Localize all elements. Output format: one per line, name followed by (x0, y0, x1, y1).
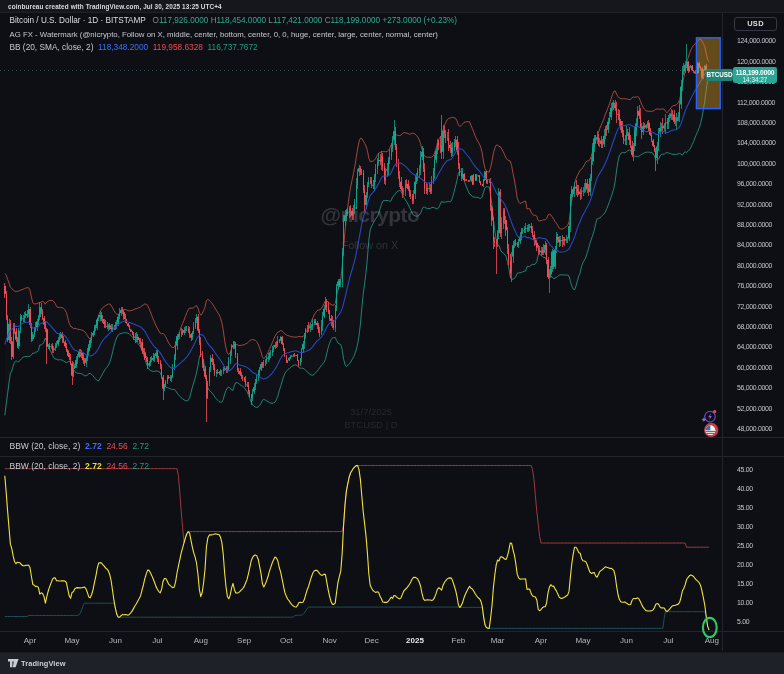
time-axis-label: Dec (364, 636, 378, 645)
watermark-handle: @nicrypto (0, 203, 740, 227)
price-scale-label: 68,000.0000 (737, 322, 772, 329)
footer-brand: TradingView (21, 659, 66, 668)
price-scale-label: 104,000.0000 (737, 139, 776, 146)
bbw1-lowest: 2.72 (132, 441, 149, 451)
time-axis-label: Sep (237, 636, 251, 645)
symbol-title: Bitcoin / U.S. Dollar · 1D · BITSTAMP (10, 16, 146, 25)
price-scale-label: 80,000.0000 (737, 261, 772, 268)
time-axis-label: Mar (491, 636, 505, 645)
ellipse-drawing[interactable] (700, 616, 720, 639)
time-axis-label: Jul (152, 636, 162, 645)
time-axis-label: Feb (451, 636, 465, 645)
change-value: +273.0000 (+0.23%) (382, 16, 457, 25)
bbw2-title: BBW (20, close, 2) (10, 461, 81, 471)
time-axis-label: Jun (620, 636, 633, 645)
price-scale-label: 112,000.0000 (737, 98, 775, 105)
tradingview-logo[interactable] (8, 659, 19, 668)
bar-countdown: 14:34:27 (733, 76, 777, 83)
pane-separator-1[interactable] (0, 437, 784, 438)
price-scale-label: 96,000.0000 (737, 180, 772, 187)
bb-lower-value: 116,737.7672 (208, 42, 258, 52)
chart-canvas[interactable] (0, 0, 784, 674)
bbw-scale-label: 35.00 (737, 503, 753, 510)
price-scale-label: 92,000.0000 (737, 200, 772, 207)
last-price-value: 118,199.0000 (733, 69, 777, 76)
bbw-scale-label: 45.00 (737, 465, 753, 472)
high-value: 118,454.0000 (217, 16, 266, 25)
bbw-scale-label: 30.00 (737, 522, 753, 529)
bbw-scale-label: 15.00 (737, 579, 753, 586)
watermark-indicator-legend[interactable]: AG FX - Watermark (@nicrypto, Follow on … (10, 30, 438, 39)
time-axis-label: May (575, 636, 590, 645)
economic-events-icon[interactable] (703, 422, 720, 438)
price-scale-label: 124,000.0000 (737, 37, 776, 44)
price-scale-label: 100,000.0000 (737, 159, 776, 166)
price-scale-label: 60,000.0000 (737, 363, 772, 370)
price-scale-label: 64,000.0000 (737, 343, 772, 350)
bbw-legend-collapsed[interactable]: BBW (20, close, 2) 2.72 24.56 2.72 (10, 441, 149, 451)
bb-upper-value: 119,958.6328 (153, 42, 203, 52)
price-scale-label: 84,000.0000 (737, 241, 772, 248)
bbw-scale-label: 20.00 (737, 560, 753, 567)
bbw-scale-label: 5.00 (737, 617, 749, 624)
time-axis-label: Apr (535, 636, 547, 645)
symbol-watermark-symbol: BTCUSD | D (0, 419, 742, 430)
time-axis-separator (0, 631, 784, 632)
watermark-indicator-title: AG FX - Watermark (@nicrypto, Follow on … (10, 30, 438, 39)
bbw-scale-label: 10.00 (737, 598, 753, 605)
bbw1-highest: 24.56 (106, 441, 127, 451)
bbw-legend[interactable]: BBW (20, close, 2) 2.72 24.56 2.72 (10, 461, 149, 471)
price-scale-label: 88,000.0000 (737, 220, 772, 227)
snapshot-header: coinbureau created with TradingView.com,… (0, 0, 784, 13)
bb-indicator-legend[interactable]: BB (20, SMA, close, 2) 118,348.2000 119,… (10, 42, 258, 52)
price-scale-label: 56,000.0000 (737, 384, 772, 391)
time-axis-label: Apr (24, 636, 36, 645)
price-scale-label: 108,000.0000 (737, 118, 776, 125)
bbw-scale-label: 25.00 (737, 541, 753, 548)
bbw1-title: BBW (20, close, 2) (10, 441, 81, 451)
price-scale-label: 52,000.0000 (737, 404, 772, 411)
bb-basis-value: 118,348.2000 (98, 42, 148, 52)
bbw1-value: 2.72 (85, 441, 102, 451)
time-axis-label: Oct (280, 636, 292, 645)
bbw2-value: 2.72 (85, 461, 102, 471)
open-value: 117,926.0000 (159, 16, 208, 25)
time-axis-label: 2025 (406, 636, 424, 645)
time-axis-label: Jun (109, 636, 122, 645)
price-scale-label: 120,000.0000 (737, 57, 776, 64)
last-price-label: 118,199.0000 14:34:27 (733, 67, 777, 83)
watermark-subtitle: Follow on X (0, 239, 740, 251)
time-axis-label: Aug (194, 636, 208, 645)
low-value: 117,421.0000 (273, 16, 322, 25)
time-axis-label: Nov (322, 636, 336, 645)
main-symbol-legend[interactable]: Bitcoin / U.S. Dollar · 1D · BITSTAMP O1… (10, 16, 458, 25)
price-label-symbol-badge: BTCUSD (706, 69, 733, 81)
footer-bar: TradingView (0, 652, 784, 674)
pane-separator-2[interactable] (0, 456, 784, 457)
time-axis-label: May (64, 636, 79, 645)
attribution-text: coinbureau created with TradingView.com,… (8, 3, 222, 10)
ohlc-values: O117,926.0000 H118,454.0000 L117,421.000… (148, 16, 457, 25)
price-scale-label: 48,000.0000 (737, 424, 772, 431)
tradingview-snapshot: coinbureau created with TradingView.com,… (0, 0, 784, 674)
bbw2-highest: 24.56 (106, 461, 127, 471)
currency-toggle-button[interactable]: USD (734, 17, 777, 31)
bbw-scale-label: 40.00 (737, 484, 753, 491)
price-scale-separator[interactable] (722, 13, 723, 651)
bbw2-lowest: 2.72 (132, 461, 149, 471)
price-scale-label: 76,000.0000 (737, 282, 772, 289)
symbol-watermark-date: 31/7/2025 (0, 406, 742, 417)
close-value: 118,199.0000 (331, 16, 380, 25)
time-axis-label: Jul (663, 636, 673, 645)
price-scale-label: 72,000.0000 (737, 302, 772, 309)
bb-title: BB (20, SMA, close, 2) (10, 42, 94, 52)
